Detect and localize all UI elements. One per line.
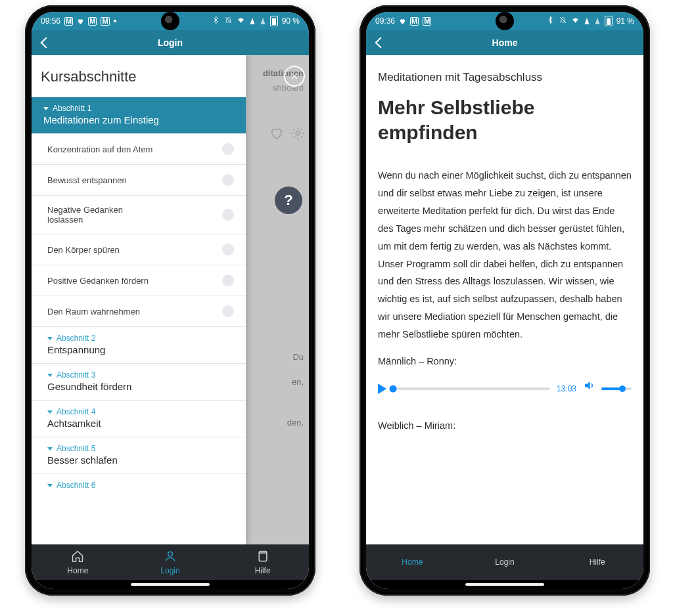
progress-ring-icon — [222, 174, 234, 186]
signal-icon — [584, 18, 589, 24]
caret-down-icon — [47, 410, 53, 414]
nav-login[interactable]: Login — [124, 550, 216, 575]
section-title: Achtsamkeit — [47, 418, 237, 429]
caret-down-icon — [47, 484, 53, 487]
close-button[interactable] — [284, 66, 305, 87]
section-header[interactable]: Abschnitt 3 Gesundheit fördern — [32, 363, 246, 400]
battery-icon — [605, 16, 613, 26]
bluetooth-icon — [546, 16, 555, 26]
caret-down-icon — [47, 337, 53, 340]
speaker-icon[interactable] — [583, 380, 595, 397]
lesson-item[interactable]: Konzentration auf den Atem — [32, 133, 246, 164]
battery-percent: 91 % — [616, 16, 634, 26]
gesture-bar[interactable] — [32, 580, 309, 589]
home-icon — [71, 550, 84, 565]
back-button[interactable] — [371, 30, 390, 55]
section-header[interactable]: Abschnitt 5 Besser schlafen — [32, 437, 246, 473]
seek-knob[interactable] — [390, 385, 397, 392]
lesson-item[interactable]: Den Raum wahrnehmen — [32, 296, 246, 326]
gesture-bar[interactable] — [366, 580, 643, 589]
section-kicker: Abschnitt 4 — [57, 407, 95, 416]
volume-knob[interactable] — [619, 385, 626, 392]
audio-player: 13:03 — [378, 380, 632, 397]
user-icon — [164, 550, 177, 565]
section-title: Meditationen zum Einstieg — [43, 114, 237, 125]
gmail-icon: M — [64, 17, 73, 26]
course-drawer: Kursabschnitte Abschnitt 1 Meditationen … — [32, 55, 246, 544]
volume-track[interactable] — [601, 387, 632, 390]
progress-ring-icon — [222, 143, 234, 155]
caret-down-icon — [47, 447, 53, 451]
dnd-icon — [559, 16, 567, 26]
duration: 13:03 — [557, 382, 576, 396]
content-right[interactable]: Meditationen mit Tagesabschluss Mehr Sel… — [366, 55, 643, 544]
app-title: Home — [492, 37, 518, 48]
nav-home[interactable]: Home — [367, 558, 458, 567]
gmail-icon: M — [101, 17, 109, 26]
phone-right: 09:36 M M 91 % Home Meditationen mit Tag… — [360, 5, 650, 596]
caret-down-icon — [47, 374, 53, 377]
lesson-label: Konzentration auf den Atem — [47, 144, 152, 154]
screen-left: 09:56 M M M 90 % Login — [32, 12, 309, 589]
section-kicker: Abschnitt 6 — [57, 481, 95, 490]
nav-label: Home — [67, 566, 88, 575]
lesson-label: Positive Gedanken fördern — [47, 276, 149, 286]
drawer-heading: Kursabschnitte — [41, 68, 237, 85]
lesson-label: Negative Gedanken loslassen — [47, 205, 159, 225]
section-header[interactable]: Abschnitt 2 Entspannung — [32, 326, 246, 363]
section-header-active[interactable]: Abschnitt 1 Meditationen zum Einstieg — [32, 97, 246, 133]
section-title: Gesundheit fördern — [47, 381, 237, 392]
gmail-icon: M — [88, 17, 97, 26]
back-button[interactable] — [37, 30, 55, 55]
app-header: Home — [366, 30, 643, 55]
signal-icon — [250, 18, 254, 24]
nav-label: Login — [495, 558, 514, 567]
progress-ring-icon — [222, 275, 234, 286]
status-time: 09:36 — [375, 16, 395, 26]
chevron-left-icon — [375, 37, 386, 49]
wifi-icon — [237, 16, 245, 26]
voice-label-2: Weiblich – Miriam: — [378, 417, 632, 435]
lesson-label: Bewusst entspannen — [47, 175, 127, 185]
book-icon — [256, 550, 269, 565]
play-button[interactable] — [378, 384, 386, 394]
section-title: Entspannung — [47, 344, 237, 355]
section-header[interactable]: Abschnitt 6 — [32, 473, 246, 498]
nav-help[interactable]: Hilfe — [217, 550, 308, 575]
nav-login[interactable]: Login — [459, 558, 550, 567]
gmail-icon: M — [423, 17, 431, 26]
signal-icon — [260, 18, 265, 24]
lesson-item[interactable]: Negative Gedanken loslassen — [32, 195, 246, 234]
progress-ring-icon — [222, 244, 234, 255]
seek-track[interactable] — [393, 387, 550, 390]
content-left: ditationen shboard Du en, den. ? Kursabs… — [32, 55, 309, 544]
nav-label: Home — [402, 558, 423, 567]
nav-help[interactable]: Hilfe — [551, 558, 643, 567]
gmail-icon: M — [410, 17, 419, 26]
lesson-item[interactable]: Positive Gedanken fördern — [32, 265, 246, 296]
help-fab[interactable]: ? — [275, 187, 302, 214]
app-title: Login — [158, 37, 183, 48]
section-title: Besser schlafen — [47, 454, 237, 466]
article: Meditationen mit Tagesabschluss Mehr Sel… — [366, 55, 643, 435]
section-kicker: Abschnitt 1 — [53, 104, 91, 113]
section-kicker: Abschnitt 5 — [57, 444, 95, 453]
voice-label-1: Männlich – Ronny: — [378, 353, 632, 370]
camera-cutout — [496, 12, 514, 30]
lesson-item[interactable]: Den Körper spüren — [32, 234, 246, 265]
lesson-item[interactable]: Bewusst entspannen — [32, 164, 246, 195]
screen-right: 09:36 M M 91 % Home Meditationen mit Tag… — [366, 12, 643, 589]
app-header: Login — [32, 30, 309, 55]
section-header[interactable]: Abschnitt 4 Achtsamkeit — [32, 400, 246, 437]
signal-icon — [595, 18, 599, 24]
caret-down-icon — [43, 107, 49, 110]
battery-percent: 90 % — [282, 16, 300, 26]
nav-home[interactable]: Home — [32, 550, 124, 575]
svg-point-1 — [168, 552, 173, 556]
progress-ring-icon — [222, 209, 234, 221]
lesson-label: Den Körper spüren — [47, 245, 120, 255]
section-kicker: Abschnitt 2 — [57, 334, 95, 343]
nav-label: Hilfe — [590, 558, 605, 567]
phone-left: 09:56 M M M 90 % Login — [25, 5, 315, 596]
dnd-icon — [224, 16, 233, 26]
